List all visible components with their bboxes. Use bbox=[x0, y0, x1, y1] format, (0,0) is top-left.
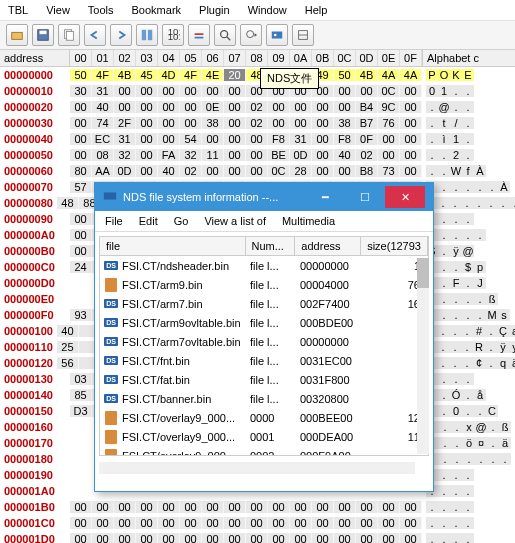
byte-cell[interactable]: 0C bbox=[268, 165, 290, 177]
byte-cell[interactable]: 00 bbox=[290, 501, 312, 513]
byte-cell[interactable]: 00 bbox=[334, 501, 356, 513]
byte-cell[interactable]: 38 bbox=[334, 117, 356, 129]
byte-cell[interactable]: 00 bbox=[356, 533, 378, 543]
byte-cell[interactable]: 00 bbox=[70, 245, 92, 257]
byte-cell[interactable]: BE bbox=[268, 149, 290, 161]
byte-cell[interactable]: 00 bbox=[114, 533, 136, 543]
byte-cell[interactable]: 00 bbox=[70, 501, 92, 513]
tool-open[interactable] bbox=[6, 24, 28, 46]
byte-cell[interactable]: 08 bbox=[92, 149, 114, 161]
byte-cell[interactable]: 00 bbox=[136, 149, 158, 161]
col-file[interactable]: file bbox=[100, 237, 246, 255]
minimize-button[interactable]: ━ bbox=[305, 186, 345, 208]
byte-cell[interactable]: 4B bbox=[114, 69, 136, 81]
byte-cell[interactable]: 00 bbox=[312, 133, 334, 145]
byte-cell[interactable]: 00 bbox=[70, 229, 92, 241]
tool-redo[interactable] bbox=[110, 24, 132, 46]
byte-cell[interactable]: 00 bbox=[158, 133, 180, 145]
byte-cell[interactable]: 00 bbox=[136, 533, 158, 543]
byte-cell[interactable]: 93 bbox=[70, 309, 92, 321]
byte-cell[interactable]: 85 bbox=[70, 389, 92, 401]
tool-view1[interactable] bbox=[136, 24, 158, 46]
byte-cell[interactable]: 00 bbox=[180, 101, 202, 113]
byte-cell[interactable]: 00 bbox=[224, 133, 246, 145]
byte-cell[interactable]: 00 bbox=[70, 533, 92, 543]
tool-binary[interactable]: 101101 bbox=[162, 24, 184, 46]
byte-cell[interactable]: 00 bbox=[246, 533, 268, 543]
byte-cell[interactable]: 31 bbox=[92, 85, 114, 97]
byte-cell[interactable]: 00 bbox=[334, 533, 356, 543]
file-row[interactable]: FSI.CT/overlay9_000...0000000BEE0012 bbox=[100, 408, 428, 427]
byte-cell[interactable]: 48 bbox=[57, 197, 79, 209]
byte-cell[interactable]: 00 bbox=[92, 501, 114, 513]
byte-cell[interactable]: 00 bbox=[224, 149, 246, 161]
byte-cell[interactable]: B7 bbox=[356, 117, 378, 129]
byte-cell[interactable]: 4F bbox=[92, 69, 114, 81]
byte-cell[interactable]: 40 bbox=[334, 149, 356, 161]
byte-cell[interactable]: 00 bbox=[334, 101, 356, 113]
byte-cell[interactable]: 00 bbox=[158, 117, 180, 129]
byte-cell[interactable]: 32 bbox=[114, 149, 136, 161]
byte-cell[interactable]: 80 bbox=[70, 165, 92, 177]
byte-cell[interactable]: AA bbox=[92, 165, 114, 177]
byte-cell[interactable]: 02 bbox=[180, 165, 202, 177]
byte-cell[interactable]: 00 bbox=[312, 517, 334, 529]
hex-row[interactable]: 0000005000083200FA32110000BE0D0040020000… bbox=[0, 147, 515, 163]
dlg-menu-multimedia[interactable]: Multimedia bbox=[282, 215, 335, 227]
byte-cell[interactable]: 00 bbox=[114, 85, 136, 97]
byte-cell[interactable]: 00 bbox=[290, 101, 312, 113]
byte-cell[interactable]: 02 bbox=[356, 149, 378, 161]
byte-cell[interactable]: 38 bbox=[202, 117, 224, 129]
byte-cell[interactable]: 28 bbox=[290, 165, 312, 177]
byte-cell[interactable]: 00 bbox=[312, 501, 334, 513]
byte-cell[interactable]: 50 bbox=[334, 69, 356, 81]
byte-cell[interactable]: 00 bbox=[114, 501, 136, 513]
byte-cell[interactable]: 00 bbox=[136, 517, 158, 529]
byte-cell[interactable]: 00 bbox=[224, 517, 246, 529]
file-row[interactable]: DSFSI.CT/fat.binfile l...0031F800 bbox=[100, 370, 428, 389]
file-row[interactable]: DSFSI.CT/arm7ovltable.binfile l...000000… bbox=[100, 332, 428, 351]
byte-cell[interactable]: 00 bbox=[356, 517, 378, 529]
byte-cell[interactable]: 00 bbox=[70, 213, 92, 225]
byte-cell[interactable]: 00 bbox=[70, 149, 92, 161]
byte-cell[interactable]: 00 bbox=[246, 149, 268, 161]
byte-cell[interactable]: 00 bbox=[136, 165, 158, 177]
menu-bookmark[interactable]: Bookmark bbox=[132, 4, 182, 16]
byte-cell[interactable]: 00 bbox=[312, 117, 334, 129]
file-row[interactable]: FSI.CT/arm9.binfile l...0000400076 bbox=[100, 275, 428, 294]
byte-cell[interactable]: 00 bbox=[246, 517, 268, 529]
file-row[interactable]: FSI.CT/overlay9_000...0001000DEA0011 bbox=[100, 427, 428, 446]
byte-cell[interactable]: 30 bbox=[70, 85, 92, 97]
byte-cell[interactable]: 00 bbox=[312, 533, 334, 543]
byte-cell[interactable]: 00 bbox=[114, 101, 136, 113]
byte-cell[interactable]: 00 bbox=[202, 133, 224, 145]
menu-window[interactable]: Window bbox=[248, 4, 287, 16]
byte-cell[interactable]: F8 bbox=[268, 133, 290, 145]
byte-cell[interactable]: 73 bbox=[378, 165, 400, 177]
file-row[interactable]: DSFSI.CT/ndsheader.binfile l...000000001 bbox=[100, 256, 428, 275]
byte-cell[interactable]: 00 bbox=[312, 165, 334, 177]
byte-cell[interactable]: 00 bbox=[158, 517, 180, 529]
tool-nds[interactable] bbox=[266, 24, 288, 46]
hex-row[interactable]: 000001B000000000000000000000000000000000… bbox=[0, 499, 515, 515]
byte-cell[interactable]: 00 bbox=[334, 517, 356, 529]
byte-cell[interactable]: 00 bbox=[400, 501, 422, 513]
byte-cell[interactable]: 00 bbox=[202, 165, 224, 177]
byte-cell[interactable]: EC bbox=[92, 133, 114, 145]
byte-cell[interactable]: 00 bbox=[400, 85, 422, 97]
byte-cell[interactable]: 00 bbox=[136, 85, 158, 97]
byte-cell[interactable]: 00 bbox=[312, 101, 334, 113]
hex-row[interactable]: 0000003000742F00000038000200000038B77600… bbox=[0, 115, 515, 131]
byte-cell[interactable]: 00 bbox=[290, 533, 312, 543]
byte-cell[interactable]: 00 bbox=[158, 533, 180, 543]
byte-cell[interactable]: 50 bbox=[70, 69, 92, 81]
byte-cell[interactable]: 2F bbox=[114, 117, 136, 129]
byte-cell[interactable]: 00 bbox=[268, 117, 290, 129]
col-num[interactable]: Num... bbox=[246, 237, 296, 255]
byte-cell[interactable]: 00 bbox=[70, 117, 92, 129]
byte-cell[interactable]: 00 bbox=[136, 133, 158, 145]
byte-cell[interactable]: 00 bbox=[70, 517, 92, 529]
byte-cell[interactable]: B8 bbox=[356, 165, 378, 177]
byte-cell[interactable]: 00 bbox=[378, 533, 400, 543]
dialog-titlebar[interactable]: NDS file system information --... ━ ☐ ✕ bbox=[95, 183, 433, 211]
